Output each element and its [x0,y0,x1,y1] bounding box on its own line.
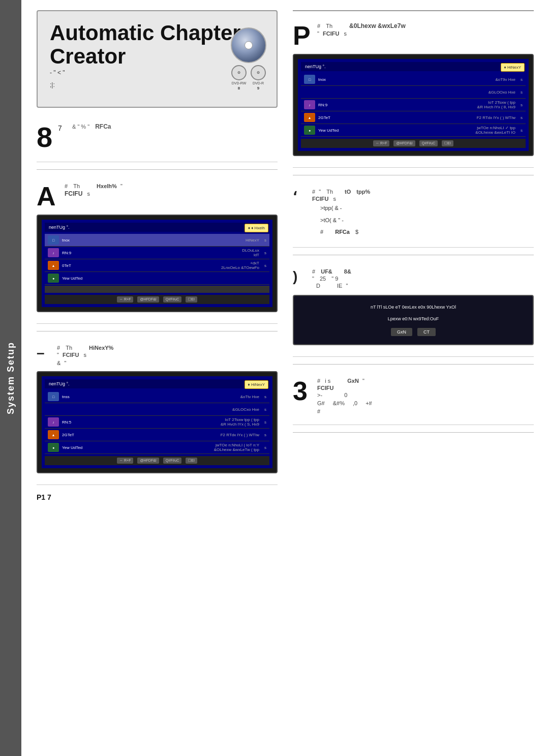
dialog-text-1: nT lTl sLOe eT 0exLex e0x 90Lhexw YxOl [302,304,525,311]
section-comma-fcifu: FCIFU [312,196,328,202]
screen-a: ♦ ♦ Hxelh nenTUg °. □ tnox HiNexY s [37,215,278,312]
step-8-section: 8 7 & " % " RFCa [37,117,278,162]
p-menu-icon-4: ● [304,126,315,135]
dash-menu-row-3: ▲ 2GTeT F2 RTdx lYx ( ) WTIw s [45,429,269,441]
menu-row-2: ▲ 0TeT +dxT2LnxOeLo &TOewFo s [45,259,269,272]
step-dash-keyword: HiNexY% [89,345,113,351]
dvd-icon-area: ⊙ DVD-RW 8 ⊙ DVD-R 9 [231,27,266,90]
step-a-content: # Th Hxelh% " FCIFU s [65,183,278,197]
screen-dash-topbar: nenTUg °. [45,379,269,388]
p-menu-icon-2: ♪ [304,100,315,109]
section-paren: ) # UF& 8& " 25 " 9 [293,262,534,357]
dialog-text-2: Lpexw e0:N wx9Ted:OuF [302,316,525,323]
menu-icon-2: ▲ [48,261,59,270]
menu-icon-3: ● [48,274,59,283]
dash-menu-row-1: &GLOCxo Hxe s [45,403,269,416]
p-menu-row-1: &GLOOxo Hxe s [301,86,526,99]
divider-1 [37,169,278,170]
p-menu-row-4: ● Yew UdTed jwTOe n:NhoLI ✓ tpp&OLhexw &… [301,124,526,137]
section-p-keyword: &0Lhexw &wxLe7w [349,22,406,29]
menu-row-1: ♪ RN:9 DLOuLuxldT s [45,247,269,259]
section-p-content: # Th &0Lhexw &wxLe7w " FCIFU s [317,22,534,37]
screen-p-bottombar: ↔ R+F @HFDF&I Q#F#uC ☐EI [301,139,526,148]
dialog-buttons: GxN CT [302,328,525,336]
section-3-content: # i s GxN " FCIFU >- 0 [317,378,534,414]
section-p: P # Th &0Lhexw &wxLe7w " FCIFU s [293,16,534,168]
screen-dash-tip: ♦ HiNexY [245,380,268,389]
section-comma-content: # " Th tO tpp% FCIFU s >tpp( [312,189,534,237]
step-a-section: A # Th Hxelh% " FCIFU s [37,177,278,324]
section-p-letter: P [293,22,313,49]
section-paren-letter: ) [293,268,308,285]
dash-menu-row-2: ♪ RN:5 IoT 2Tsxw tpp ( tpp&R Hvch lYx ( … [45,416,269,429]
step-8-number: 8 [37,121,52,153]
section-3: 3 # i s GxN " FCIFU [293,372,534,425]
step-dash-letter: – [37,345,52,361]
step-dash-content: # Th HiNexY% " FCIFU s & " [57,345,278,366]
sidebar-label: System Setup [6,342,16,414]
menu-row-0: □ tnox HiNexY s [45,234,269,247]
section-paren-content: # UF& 8& " 25 " 9 D IE [312,268,534,290]
section-3-fcifu: FCIFU [317,385,333,391]
page-number: P1 7 [37,493,51,501]
step-dash-section: – # Th HiNexY% " FCIFU s [37,339,278,485]
divider-r4 [293,432,534,433]
step-a-fcifu: FCIFU [65,190,82,197]
section-comma-to: tO [345,189,351,195]
dash-menu-icon-4: ● [48,443,59,452]
step-a-letter: A [37,183,59,209]
divider-2 [37,331,278,331]
menu-icon-0: □ [48,235,59,245]
dash-menu-icon-0: □ [48,392,59,401]
header-box: Automatic Chapter Creator ⊙ DVD-RW 8 [37,10,278,108]
step-a-keyword: Hxelh% [97,183,117,189]
menu-icon-1: ♪ [48,248,59,257]
screen-dash: ♦ HiNexY nenTUg °. □ tnss &oTtv Hxe s [37,371,278,473]
screen-a-inner: ♦ ♦ Hxelh nenTUg °. □ tnox HiNexY s [42,220,272,307]
screen-p-inner: ♦ HiNexY nenTUg °. □ tnox &oT9v Hxe s [298,59,529,151]
dialog-btn-ct[interactable]: CT [417,328,436,336]
dash-menu-icon-2: ♪ [48,417,59,427]
step-8-content: & " % " RFCa [72,123,278,132]
screen-a-tip: ♦ ♦ Hxelh [245,224,268,232]
p-menu-row-3: ▲ 2GTeT F2 RTdx lYx ( ) WTIw s [301,111,526,124]
divider-r1 [293,175,534,175]
right-top-divider [293,10,534,11]
disc-r-label: ⊙ DVD-R 9 [251,65,266,90]
step-8-text: & " % " [72,124,89,130]
p-menu-icon-0: □ [304,75,315,84]
dash-menu-row-4: ● Yew UdTed jwTOe n:NhoLI ( IoT n:Y&OLhe… [45,441,269,454]
step-dash-fcifu: FCIFU [63,352,79,358]
section-comma-tpp: tpp% [356,189,370,195]
p-menu-row-2: ♪ RN:9 IoT 2Tsxw ( tpp&R Hvch lYx ( 8, H… [301,99,526,111]
section-p-fcifu: FCIFU [323,31,339,37]
screen-dash-inner: ♦ HiNexY nenTUg °. □ tnss &oTtv Hxe s [42,376,272,468]
divider-r3 [293,364,534,365]
section-comma: ʻ # " Th tO tpp% FCIFU s [293,183,534,248]
screen-a-topbar: nenTUg °. [45,223,269,232]
menu-row-3: ● Yew UdTed [45,272,269,285]
divider-r2 [293,255,534,255]
section-comma-letter: ʻ [293,189,308,205]
section-comma-rfca: RFCa [335,229,350,235]
screen-p: ♦ HiNexY nenTUg °. □ tnox &oT9v Hxe s [293,54,534,156]
dialog-box: nT lTl sLOe eT 0exLex e0x 90Lhexw YxOl L… [293,295,534,345]
section-3-letter: 3 [293,378,313,404]
disc-labels: ⊙ DVD-RW 8 ⊙ DVD-R 9 [231,65,266,90]
sidebar: System Setup [0,0,21,756]
p-menu-row-0: □ tnox &oT9v Hxe s [301,73,526,86]
step-8-keyword: RFCa [95,123,111,130]
screen-p-tip: ♦ HiNexY [501,63,525,72]
screen-a-bottombar: ↔ R+F @HFDF&I Q#F#uC ☐EI [45,295,269,304]
screen-dash-bottombar: ↔ R+F @HFDF&I Q#F#uC ☐EI [45,456,269,465]
dash-menu-row-0: □ tnss &oTtv Hxe s [45,390,269,403]
p-menu-icon-3: ▲ [304,113,315,122]
page-footer: P1 7 [37,485,278,501]
screen-p-topbar: nenTUg °. [301,62,526,71]
dialog-btn-gxn[interactable]: GxN [391,328,412,336]
dash-menu-icon-3: ▲ [48,430,59,439]
section-paren-keyword: UF& [321,268,332,275]
disc-rw-label: ⊙ DVD-RW 8 [231,65,247,90]
dvd-disc [231,27,266,63]
section-3-keyword: GxN [347,378,359,384]
